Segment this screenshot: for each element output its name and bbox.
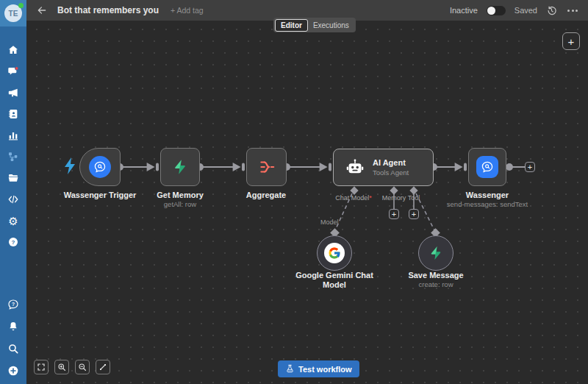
- settings-gear-icon: ⚙: [8, 216, 18, 227]
- robot-icon: [345, 158, 365, 177]
- zoom-out-button[interactable]: [75, 360, 90, 374]
- sidebar-item-announcements[interactable]: [6, 85, 21, 100]
- svg-text:?: ?: [12, 239, 15, 246]
- node-label-get-memory: Get Memory: [157, 191, 204, 199]
- main-sidebar: TE: [0, 0, 26, 384]
- workflows-icon: [7, 151, 19, 163]
- port-label-chat-model: Chat Model*: [335, 194, 372, 202]
- chat-notifications-icon: [7, 65, 19, 77]
- fit-view-icon: [37, 363, 46, 371]
- megaphone-icon: [7, 87, 19, 99]
- add-node-button[interactable]: +: [562, 32, 580, 50]
- tab-editor[interactable]: Editor: [275, 19, 308, 32]
- node-save-message[interactable]: [418, 235, 453, 271]
- port-label-memory: Memory: [382, 194, 406, 202]
- arrow-left-icon: [37, 5, 47, 15]
- zoom-in-icon: [57, 363, 66, 371]
- workspace-avatar[interactable]: TE: [0, 0, 26, 26]
- node-wassenger-trigger[interactable]: [79, 148, 121, 186]
- toggle-knob: [487, 7, 495, 15]
- add-tool-button[interactable]: +: [409, 209, 419, 219]
- node-ai-agent[interactable]: AI Agent Tools Agent: [333, 149, 434, 186]
- back-button[interactable]: [37, 5, 47, 15]
- node-sublabel-save-message: create: row: [419, 280, 453, 288]
- workflow-title[interactable]: Bot that remembers you: [57, 5, 159, 15]
- node-label-aggregate: Aggregate: [246, 191, 286, 199]
- flask-icon: [285, 364, 295, 374]
- add-next-node-button[interactable]: +: [525, 162, 535, 172]
- contacts-icon: [7, 108, 19, 120]
- more-options-button[interactable]: [566, 7, 579, 15]
- sidebar-item-search[interactable]: [6, 341, 21, 356]
- zoom-out-icon: [78, 363, 87, 371]
- sidebar-item-code[interactable]: [6, 192, 21, 207]
- add-tag-button[interactable]: + Add tag: [171, 6, 204, 15]
- online-status-dot: [18, 3, 24, 8]
- add-memory-button[interactable]: +: [389, 209, 399, 219]
- reset-zoom-icon: [98, 363, 107, 371]
- node-aggregate[interactable]: [246, 148, 287, 186]
- ai-agent-subtitle: Tools Agent: [373, 168, 409, 177]
- node-label-save-message: Save Message: [408, 271, 463, 280]
- supabase-bolt-icon: [171, 158, 189, 176]
- reset-zoom-button[interactable]: [96, 360, 110, 374]
- supabase-bolt-icon: [428, 245, 444, 261]
- home-icon: [7, 44, 19, 56]
- zoom-in-button[interactable]: [54, 360, 69, 374]
- node-label-gemini-line2: Model: [323, 280, 346, 289]
- port-label-tool: Tool: [408, 194, 420, 202]
- tab-executions[interactable]: Executions: [308, 20, 354, 31]
- wassenger-chat-icon: [476, 156, 498, 178]
- fit-view-button[interactable]: [34, 360, 49, 374]
- node-label-wassenger-trigger: Wassenger Trigger: [64, 191, 137, 199]
- active-toggle[interactable]: [487, 6, 506, 15]
- node-wassenger-send[interactable]: [468, 148, 506, 186]
- node-label-wassenger-send: Wassenger: [466, 191, 509, 199]
- node-sublabel-wassenger-send: send-messages: sendText: [447, 200, 528, 208]
- svg-text:?: ?: [12, 302, 15, 307]
- code-icon: [7, 193, 19, 205]
- google-g-icon: [324, 243, 345, 263]
- insights-icon: [7, 129, 19, 141]
- bell-icon: [7, 321, 19, 333]
- test-workflow-button[interactable]: Test workflow: [278, 360, 359, 377]
- required-marker: *: [369, 194, 372, 202]
- editor-tabs: Editor Executions: [273, 18, 356, 32]
- aggregate-icon: [257, 157, 276, 177]
- saved-badge: Saved: [514, 6, 537, 15]
- sidebar-item-home[interactable]: [6, 43, 21, 57]
- edge-label-model: Model: [320, 218, 339, 226]
- wassenger-chat-icon: [89, 156, 111, 178]
- sidebar-item-notifications[interactable]: [6, 319, 21, 334]
- folder-icon: [7, 172, 19, 184]
- ellipsis-icon: [567, 10, 570, 12]
- sidebar-item-add[interactable]: [6, 363, 21, 378]
- node-google-gemini-chat-model[interactable]: [317, 235, 352, 271]
- sidebar-item-help[interactable]: ?: [6, 235, 21, 249]
- chat-help-icon: ?: [7, 299, 19, 310]
- node-label-gemini-line1: Google Gemini Chat: [295, 271, 373, 280]
- sidebar-item-contacts[interactable]: [6, 107, 21, 121]
- n8n-workflow-editor: Bot that remembers you + Add tag Inactiv…: [0, 0, 588, 384]
- sidebar-item-settings[interactable]: ⚙: [6, 213, 21, 228]
- ai-agent-title: AI Agent: [373, 158, 409, 167]
- sidebar-item-projects[interactable]: [6, 171, 21, 185]
- node-sublabel-get-memory: getAll: row: [164, 200, 196, 208]
- sidebar-item-workflows[interactable]: [6, 149, 21, 164]
- add-circle-icon: [7, 365, 19, 377]
- sidebar-item-insights[interactable]: [6, 128, 21, 143]
- help-icon: ?: [7, 236, 19, 248]
- active-status-label: Inactive: [450, 6, 478, 15]
- sidebar-item-support-chat[interactable]: ?: [6, 297, 21, 312]
- test-workflow-label: Test workflow: [298, 365, 352, 374]
- history-icon: [546, 5, 557, 16]
- sidebar-item-chat[interactable]: [6, 64, 21, 79]
- history-button[interactable]: [546, 5, 557, 16]
- node-get-memory[interactable]: [160, 148, 200, 186]
- search-icon: [7, 343, 19, 355]
